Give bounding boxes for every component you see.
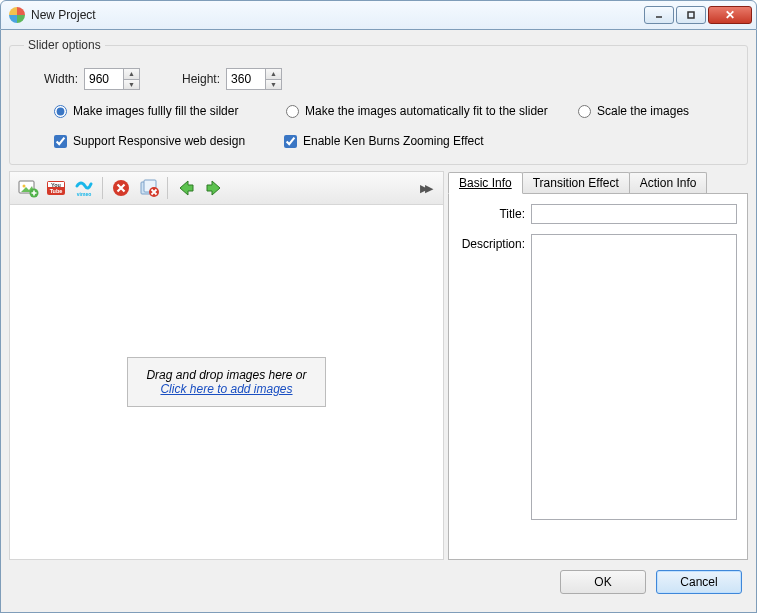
- arrow-right-icon: [203, 177, 225, 199]
- description-field: Description:: [459, 234, 737, 520]
- minimize-button[interactable]: [644, 6, 674, 24]
- radio-scale[interactable]: [578, 105, 591, 118]
- width-label: Width:: [44, 72, 78, 86]
- window-control-buttons: ✕: [644, 6, 752, 24]
- description-textarea[interactable]: [531, 234, 737, 520]
- checkbox-kenburns[interactable]: [284, 135, 297, 148]
- tab-action-info[interactable]: Action Info: [629, 172, 708, 193]
- prev-button[interactable]: [174, 176, 198, 200]
- toolbar-separator-2: [167, 177, 168, 199]
- ok-button[interactable]: OK: [560, 570, 646, 594]
- main-split: YouTube vimeo: [9, 171, 748, 560]
- dimensions-row: Width: ▲ ▼ Height: ▲ ▼: [44, 68, 733, 90]
- toolbar-separator: [102, 177, 103, 199]
- checkbox-kenburns-label: Enable Ken Burns Zooming Effect: [303, 134, 484, 148]
- title-field: Title:: [459, 204, 737, 224]
- more-icon: ▶▶: [420, 182, 430, 195]
- youtube-icon: YouTube: [45, 177, 67, 199]
- height-label: Height:: [182, 72, 220, 86]
- height-spinner[interactable]: ▲ ▼: [226, 68, 282, 90]
- delete-all-icon: [138, 177, 160, 199]
- drop-area[interactable]: Drag and drop images here or Click here …: [10, 205, 443, 559]
- window-title: New Project: [31, 8, 644, 22]
- delete-all-button[interactable]: [137, 176, 161, 200]
- more-button[interactable]: ▶▶: [413, 176, 437, 200]
- width-down-icon[interactable]: ▼: [124, 79, 140, 91]
- tabstrip: Basic Info Transition Effect Action Info: [448, 171, 748, 193]
- checkbox-responsive[interactable]: [54, 135, 67, 148]
- height-input[interactable]: [226, 68, 266, 90]
- titlebar: New Project ✕: [0, 0, 757, 30]
- tab-transition-effect[interactable]: Transition Effect: [522, 172, 630, 193]
- arrow-left-icon: [175, 177, 197, 199]
- svg-text:vimeo: vimeo: [77, 191, 91, 197]
- add-youtube-button[interactable]: YouTube: [44, 176, 68, 200]
- cancel-button[interactable]: Cancel: [656, 570, 742, 594]
- checkbox-row: Support Responsive web design Enable Ken…: [54, 134, 733, 148]
- svg-text:Tube: Tube: [50, 188, 63, 194]
- vimeo-icon: vimeo: [73, 177, 95, 199]
- radio-scale-label: Scale the images: [597, 104, 689, 118]
- svg-rect-1: [688, 12, 694, 18]
- properties-panel: Basic Info Transition Effect Action Info…: [448, 171, 748, 560]
- image-list-panel: YouTube vimeo: [9, 171, 444, 560]
- add-image-icon: [17, 177, 39, 199]
- width-up-icon[interactable]: ▲: [124, 68, 140, 79]
- next-button[interactable]: [202, 176, 226, 200]
- add-image-button[interactable]: [16, 176, 40, 200]
- checkbox-responsive-label: Support Responsive web design: [73, 134, 245, 148]
- height-up-icon[interactable]: ▲: [266, 68, 282, 79]
- dialog-footer: OK Cancel: [9, 560, 748, 604]
- close-button[interactable]: ✕: [708, 6, 752, 24]
- drop-text: Drag and drop images here or: [146, 368, 306, 382]
- window-body: Slider options Width: ▲ ▼ Height: ▲ ▼: [0, 30, 757, 613]
- radio-fill-slider[interactable]: [54, 105, 67, 118]
- svg-text:You: You: [51, 182, 61, 188]
- radio-fill-label: Make images fullly fill the silder: [73, 104, 238, 118]
- description-label: Description:: [459, 234, 525, 520]
- height-down-icon[interactable]: ▼: [266, 79, 282, 91]
- add-vimeo-button[interactable]: vimeo: [72, 176, 96, 200]
- group-legend: Slider options: [24, 38, 105, 52]
- tab-page-basic: Title: Description:: [448, 193, 748, 560]
- svg-point-3: [23, 185, 26, 188]
- image-toolbar: YouTube vimeo: [10, 171, 443, 205]
- maximize-button[interactable]: [676, 6, 706, 24]
- title-label: Title:: [459, 204, 525, 224]
- width-input[interactable]: [84, 68, 124, 90]
- delete-button[interactable]: [109, 176, 133, 200]
- width-spinner[interactable]: ▲ ▼: [84, 68, 140, 90]
- slider-options-group: Slider options Width: ▲ ▼ Height: ▲ ▼: [9, 38, 748, 165]
- app-icon: [9, 7, 25, 23]
- radio-autofit-label: Make the images automatically fit to the…: [305, 104, 548, 118]
- tab-basic-info[interactable]: Basic Info: [448, 172, 523, 194]
- fit-mode-row: Make images fullly fill the silder Make …: [54, 104, 733, 118]
- title-input[interactable]: [531, 204, 737, 224]
- radio-auto-fit[interactable]: [286, 105, 299, 118]
- drop-box: Drag and drop images here or Click here …: [127, 357, 325, 407]
- add-images-link[interactable]: Click here to add images: [160, 382, 292, 396]
- delete-icon: [110, 177, 132, 199]
